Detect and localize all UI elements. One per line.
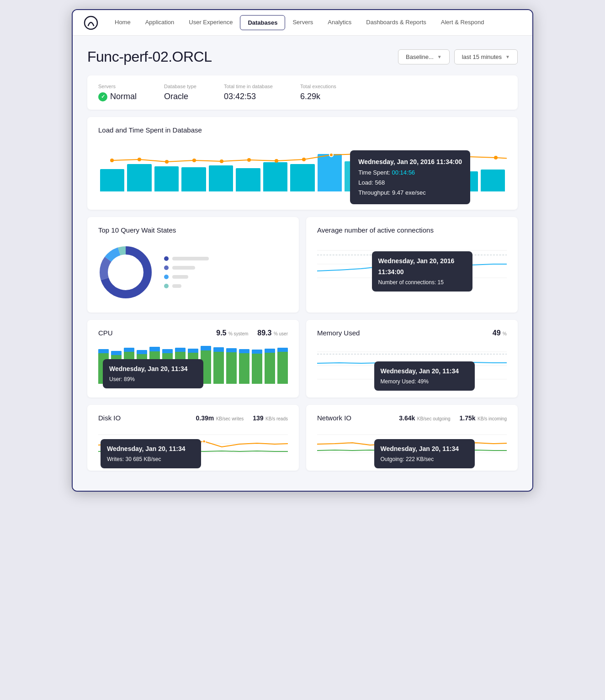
- network-stat-row: Network IO 3.64k KB/sec outgoing 1.75k K…: [317, 414, 507, 422]
- disk-network-row: Disk IO 0.39m KB/sec writes 139 KB/s rea…: [87, 405, 518, 471]
- nav-item-servers[interactable]: Servers: [285, 15, 320, 30]
- nav-items: Home Application User Experience Databas…: [107, 15, 491, 30]
- nav-item-analytics[interactable]: Analytics: [320, 15, 359, 30]
- network-stat-values: 3.64k KB/sec outgoing 1.75k KB/s incomin…: [399, 414, 507, 422]
- bar-highlighted: [318, 154, 342, 192]
- cpu-bar: [226, 348, 237, 384]
- cpu-bar: [252, 350, 262, 384]
- main-content: Func-perf-02.ORCL Baseline... ▼ last 15 …: [73, 36, 532, 491]
- bar: [263, 162, 287, 191]
- db-type-info: Database type Oracle: [164, 84, 196, 101]
- cpu-chart-area: Wednesday, Jan 20, 11:34 User: 89%: [98, 343, 288, 384]
- cpu-bar: [201, 346, 211, 384]
- disk-reads-val: 139 KB/s reads: [253, 414, 288, 422]
- load-chart-card: Load and Time Spent in Database: [87, 117, 518, 210]
- connections-title: Average number of active connections: [317, 226, 507, 234]
- connections-card: Average number of active connections: [306, 217, 518, 313]
- cpu-title: CPU: [98, 329, 113, 337]
- network-title: Network IO: [317, 414, 351, 422]
- total-exec-info: Total executions 6.29k: [300, 84, 336, 101]
- cpu-bar: [124, 348, 134, 384]
- db-type-label: Database type: [164, 84, 196, 89]
- memory-svg: [317, 343, 507, 388]
- app-container: Home Application User Experience Databas…: [72, 9, 533, 492]
- cpu-bar: [111, 351, 122, 384]
- network-svg: [317, 428, 507, 460]
- svg-point-31: [412, 361, 416, 365]
- bar: [154, 166, 179, 191]
- cpu-bar: [213, 347, 224, 384]
- memory-card: Memory Used 49 %: [306, 320, 518, 398]
- nav-item-home[interactable]: Home: [107, 15, 138, 30]
- nav-item-databases[interactable]: Databases: [240, 15, 285, 30]
- load-bar-group: [98, 141, 507, 191]
- legend-dot: [164, 275, 169, 279]
- cpu-stat-values: 9.5 % system 89.3 % user: [216, 329, 288, 337]
- cpu-system-val: 9.5 % system: [216, 329, 248, 337]
- legend-dot: [164, 256, 169, 261]
- cpu-bar: [239, 349, 249, 384]
- cpu-bar: [188, 349, 198, 384]
- bar: [399, 167, 423, 191]
- donut-section: [98, 241, 288, 303]
- nav-item-dashboards[interactable]: Dashboards & Reports: [359, 15, 434, 30]
- legend-dot: [164, 284, 169, 288]
- nav-item-alert[interactable]: Alert & Respond: [434, 15, 492, 30]
- logo: [84, 16, 98, 30]
- network-chart-area: Wednesday, Jan 20, 11:34 Outgoing: 222 K…: [317, 428, 507, 461]
- memory-pct-val: 49 %: [493, 329, 507, 337]
- legend-item: [164, 265, 209, 270]
- connections-svg: [317, 241, 507, 292]
- legend-item: [164, 275, 209, 279]
- chevron-down-icon: ▼: [505, 54, 510, 59]
- disk-svg: [98, 428, 288, 460]
- disk-writes-val: 0.39m KB/sec writes: [196, 414, 244, 422]
- total-exec-label: Total executions: [300, 84, 336, 89]
- cpu-bar: [265, 349, 275, 384]
- cpu-bar-group: [98, 343, 288, 384]
- total-time-value: 03:42:53: [224, 92, 273, 101]
- cpu-user-val: 89.3 % user: [257, 329, 288, 337]
- memory-title: Memory Used: [317, 329, 360, 337]
- time-range-dropdown[interactable]: last 15 minutes ▼: [454, 49, 518, 64]
- total-time-label: Total time in database: [224, 84, 273, 89]
- header-controls: Baseline... ▼ last 15 minutes ▼: [398, 49, 518, 64]
- svg-point-22: [110, 257, 141, 288]
- cpu-card: CPU 9.5 % system 89.3 % user: [87, 320, 299, 398]
- svg-point-39: [422, 441, 425, 444]
- legend-bar: [172, 275, 188, 279]
- bar: [426, 170, 451, 191]
- baseline-dropdown[interactable]: Baseline... ▼: [398, 49, 450, 64]
- bar: [127, 164, 151, 192]
- total-time-info: Total time in database 03:42:53: [224, 84, 273, 101]
- servers-info: Servers Normal: [98, 84, 137, 101]
- bar: [209, 165, 233, 191]
- nav-item-application[interactable]: Application: [138, 15, 182, 30]
- disk-title: Disk IO: [98, 414, 121, 422]
- legend-items: [164, 256, 209, 288]
- bar: [453, 171, 478, 191]
- network-io-card: Network IO 3.64k KB/sec outgoing 1.75k K…: [306, 405, 518, 471]
- bar: [481, 170, 505, 191]
- disk-chart-area: Wednesday, Jan 20, 11:34 Writes: 30 685 …: [98, 428, 288, 461]
- cpu-bar: [149, 347, 160, 384]
- info-card: Servers Normal Database type Oracle Tota…: [87, 75, 518, 110]
- cpu-bar: [277, 348, 288, 384]
- nav-item-user-experience[interactable]: User Experience: [181, 15, 240, 30]
- status-normal-icon: [98, 92, 107, 101]
- legend-bar: [172, 257, 209, 260]
- servers-status: Normal: [98, 92, 137, 101]
- bar: [372, 169, 396, 192]
- network-incoming-val: 1.75k KB/s incoming: [460, 414, 507, 422]
- bar: [345, 161, 369, 191]
- cpu-bar: [162, 349, 173, 384]
- load-chart-title: Load and Time Spent in Database: [98, 126, 507, 134]
- cpu-bar: [98, 349, 109, 384]
- legend-bar: [172, 284, 181, 288]
- network-outgoing-val: 3.64k KB/sec outgoing: [399, 414, 450, 422]
- svg-point-26: [425, 262, 429, 266]
- disk-stat-values: 0.39m KB/sec writes 139 KB/s reads: [196, 414, 288, 422]
- query-wait-card: Top 10 Query Wait States: [87, 217, 299, 313]
- db-type-value: Oracle: [164, 92, 196, 101]
- page-title: Func-perf-02.ORCL: [87, 48, 212, 65]
